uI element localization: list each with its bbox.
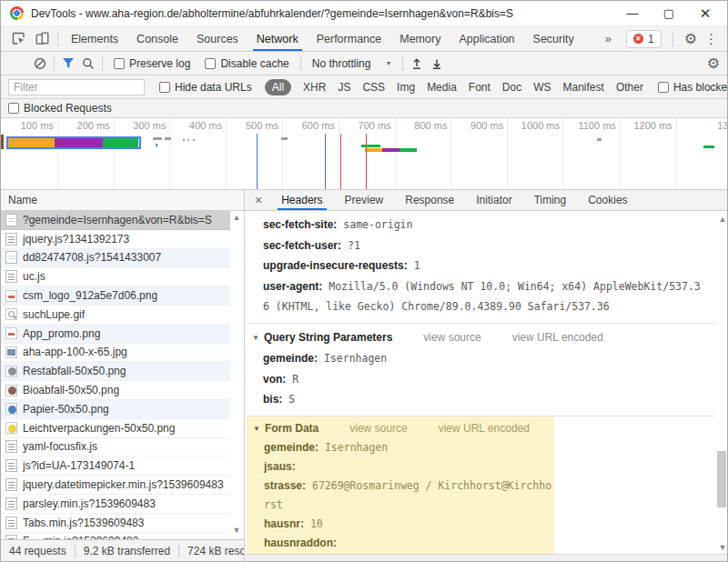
collapse-triangle-icon[interactable]: ▼ — [252, 334, 259, 342]
minimize-button[interactable]: — — [625, 6, 640, 20]
more-tabs-button[interactable]: » — [598, 32, 619, 45]
throttling-select[interactable]: No throttling ▼ — [312, 57, 392, 70]
table-row[interactable]: parsley.min.js?1539609483 — [1, 495, 230, 514]
tab-sources[interactable]: Sources — [187, 26, 248, 51]
table-row[interactable]: aha-app-100-x-65.jpg — [1, 344, 230, 363]
table-row[interactable]: F….min.js?1539609483 — [1, 533, 230, 539]
header-value: 10 — [304, 517, 323, 530]
preserve-log-checkbox[interactable]: Preserve log — [114, 57, 190, 70]
inspect-element-icon[interactable] — [6, 27, 30, 51]
scroll-up-arrow[interactable]: ▲ — [230, 213, 243, 222]
detail-tab-cookies[interactable]: Cookies — [577, 190, 638, 210]
tab-network[interactable]: Network — [248, 26, 308, 51]
window-title-bar: DevTools - www.aha-region.de/abholtermin… — [1, 1, 727, 26]
filter-type-xhr[interactable]: XHR — [303, 81, 326, 94]
table-row[interactable]: Leichtverpackungen-50x50.png — [1, 419, 230, 438]
resource-type-filters: AllXHRJSCSSImgMediaFontDocWSManifestOthe… — [265, 79, 643, 95]
filter-type-other[interactable]: Other — [616, 81, 643, 94]
error-badge[interactable]: ✕ 1 — [626, 30, 662, 48]
filter-input[interactable] — [8, 79, 145, 95]
table-row[interactable]: csm_logo_912a5e7d06.png — [1, 286, 230, 306]
table-row[interactable]: Tabs.min.js?1539609483 — [1, 514, 230, 533]
tab-elements[interactable]: Elements — [62, 26, 127, 51]
table-row[interactable]: suchLupe.gif — [1, 306, 230, 325]
clear-icon[interactable] — [30, 54, 50, 74]
document-icon — [5, 251, 17, 264]
import-har-icon[interactable] — [407, 54, 427, 74]
filter-type-doc[interactable]: Doc — [502, 81, 521, 94]
maximize-button[interactable]: ▢ — [662, 6, 676, 20]
has-blocked-cookies-checkbox[interactable]: Has blocked cookies — [658, 81, 728, 94]
header-entry: gemeinde: Isernhagen — [247, 438, 554, 457]
timeline-tick-label: 300 ms — [111, 120, 166, 131]
status-item: 9.2 kB transferred — [76, 545, 178, 557]
table-row[interactable]: App_promo.png — [1, 325, 230, 344]
checkbox-box — [205, 58, 216, 69]
request-name: aha-app-100-x-65.jpg — [23, 346, 127, 358]
table-row[interactable]: dd82474708.js?1541433007 — [1, 249, 230, 268]
settings-gear-icon[interactable]: ⚙ — [684, 32, 697, 46]
filter-type-ws[interactable]: WS — [533, 81, 551, 94]
tab-security[interactable]: Security — [524, 26, 583, 51]
filter-type-media[interactable]: Media — [427, 81, 457, 94]
detail-tab-initiator[interactable]: Initiator — [465, 190, 522, 210]
filter-type-js[interactable]: JS — [338, 81, 350, 94]
search-icon[interactable] — [78, 54, 98, 74]
tab-application[interactable]: Application — [450, 26, 523, 51]
detail-tab-preview[interactable]: Preview — [334, 190, 395, 210]
detail-tab-response[interactable]: Response — [394, 190, 465, 210]
detail-scroll-down-arrow[interactable]: ▼ — [716, 543, 728, 552]
table-row[interactable]: Papier-50x50.png — [1, 400, 230, 419]
filter-type-css[interactable]: CSS — [362, 81, 385, 94]
script-icon — [5, 233, 17, 246]
hide-data-urls-checkbox[interactable]: Hide data URLs — [159, 81, 252, 94]
device-toolbar-icon[interactable] — [30, 27, 54, 51]
view-toggle-link[interactable]: view source — [349, 422, 407, 435]
view-toggle-link[interactable]: view URL encoded — [439, 422, 530, 435]
record-button[interactable] — [12, 58, 23, 69]
blocked-requests-checkbox[interactable]: Blocked Requests — [8, 102, 112, 115]
overview-selected-span[interactable] — [6, 136, 141, 149]
scroll-down-arrow[interactable]: ▼ — [230, 526, 243, 535]
table-row[interactable]: ?gemeinde=Isernhagen&von=R&bis=S — [1, 211, 230, 230]
pane-divider[interactable] — [244, 190, 245, 562]
table-row[interactable]: jquery.js?1341392173 — [1, 230, 230, 249]
header-entry: sec-fetch-user: ?1 — [263, 236, 703, 256]
detail-scroll-up-arrow[interactable]: ▲ — [716, 215, 728, 224]
network-settings-gear-icon[interactable]: ⚙ — [707, 56, 720, 71]
header-value: Isernhagen — [318, 441, 388, 454]
network-overview[interactable]: 100 ms200 ms300 ms400 ms500 ms600 ms700 … — [1, 118, 727, 190]
column-header-name[interactable]: Name — [1, 190, 244, 211]
table-row[interactable]: Restabfall-50x50.png — [1, 362, 230, 381]
checkbox-box — [159, 82, 170, 93]
filter-type-font[interactable]: Font — [469, 81, 490, 94]
view-toggle-link[interactable]: view source — [423, 331, 480, 344]
table-row[interactable]: Bioabfall-50x50.png — [1, 381, 230, 400]
filter-type-manifest[interactable]: Manifest — [563, 81, 604, 94]
close-detail-icon[interactable]: × — [245, 193, 270, 207]
kebab-menu-icon[interactable]: ⋮ — [704, 32, 718, 45]
detail-bottom-scroll-track[interactable] — [245, 554, 728, 562]
table-row[interactable]: jquery.datetimepicker.min.js?1539609483 — [1, 476, 230, 495]
detail-tab-timing[interactable]: Timing — [523, 190, 578, 210]
image-icon — [5, 290, 17, 302]
filter-funnel-icon[interactable] — [58, 54, 78, 74]
export-har-icon[interactable] — [427, 54, 447, 74]
filter-type-all[interactable]: All — [265, 79, 291, 95]
tab-console[interactable]: Console — [127, 26, 187, 51]
table-row[interactable]: uc.js — [1, 267, 230, 286]
detail-tab-headers[interactable]: Headers — [270, 190, 333, 210]
circle-yellow-icon — [5, 422, 17, 434]
close-window-button[interactable]: ✕ — [698, 5, 713, 22]
table-row[interactable]: js?id=UA-173149074-1 — [1, 457, 230, 476]
disable-cache-checkbox[interactable]: Disable cache — [205, 57, 288, 70]
header-name: bis: — [263, 393, 282, 406]
table-row[interactable]: yaml-focusfix.js — [1, 438, 230, 457]
detail-scrollbar-thumb[interactable] — [717, 451, 726, 507]
collapse-triangle-icon[interactable]: ▼ — [253, 425, 260, 433]
tab-performance[interactable]: Performance — [308, 26, 391, 51]
filter-type-img[interactable]: Img — [397, 81, 415, 94]
tab-memory[interactable]: Memory — [390, 26, 450, 51]
headers-panel: sec-fetch-site: same-originsec-fetch-use… — [246, 212, 715, 554]
view-toggle-link[interactable]: view URL encoded — [512, 331, 603, 344]
